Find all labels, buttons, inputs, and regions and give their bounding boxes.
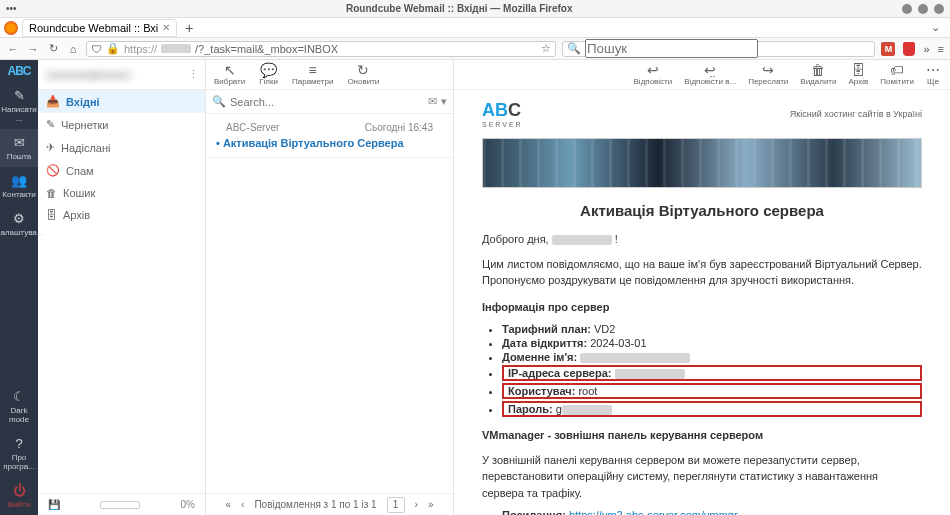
- page-next-button[interactable]: ›: [415, 499, 418, 510]
- email-body: ABCSERVER Якісний хостинг сайтів в Украї…: [454, 90, 950, 515]
- firefox-icon[interactable]: [4, 21, 18, 35]
- page-first-button[interactable]: «: [226, 499, 232, 510]
- msg-subject: Активація Віртуального Сервера: [223, 137, 404, 149]
- quota-gauge: [100, 501, 140, 509]
- val-date: 2024-03-01: [590, 337, 646, 349]
- search-field[interactable]: [585, 39, 758, 58]
- section-vmmanager: VMmanager - зовнішня панель керування се…: [482, 427, 922, 444]
- win-min-icon[interactable]: [902, 4, 912, 14]
- nav-reload-button[interactable]: ↻: [46, 42, 60, 55]
- tab-close-icon[interactable]: ✕: [162, 22, 170, 33]
- search-scope-icon[interactable]: ✉: [428, 95, 437, 108]
- nav-forward-button[interactable]: →: [26, 43, 40, 55]
- vmm-link[interactable]: https://vm2.abc-server.com/vmmgr: [569, 509, 738, 515]
- page-prev-button[interactable]: ‹: [241, 499, 244, 510]
- email-title: Активація Віртуального сервера: [482, 202, 922, 219]
- os-titlebar: ••• Roundcube Webmail :: Вхідні — Mozill…: [0, 0, 950, 18]
- btn-reply[interactable]: ↩Відповісти: [634, 64, 673, 86]
- btn-options[interactable]: ≡Параметри: [292, 64, 333, 86]
- tabs-dropdown-icon[interactable]: ⌄: [931, 21, 946, 34]
- folder-sent[interactable]: ✈Надіслані: [38, 136, 205, 159]
- page-number[interactable]: 1: [387, 497, 405, 513]
- search-icon: 🔍: [567, 42, 581, 55]
- btn-mark[interactable]: 🏷Помітити: [880, 64, 914, 86]
- compose-icon: ✎: [14, 88, 25, 103]
- btn-delete[interactable]: 🗑Видалити: [800, 64, 836, 86]
- extensions-icon[interactable]: »: [923, 43, 929, 55]
- win-max-icon[interactable]: [918, 4, 928, 14]
- recipient-name-masked: [552, 235, 612, 245]
- gmail-icon[interactable]: M: [881, 42, 895, 56]
- search-icon: 🔍: [212, 95, 226, 108]
- sent-icon: ✈: [46, 141, 55, 154]
- win-close-icon[interactable]: [934, 4, 944, 14]
- account-menu-icon[interactable]: ⋮: [188, 68, 199, 81]
- reading-toolbar: ↩Відповісти ↩̤Відповісти в... ↪Переслати…: [454, 60, 950, 90]
- msg-sender: ABC-Server: [226, 122, 279, 133]
- list-toolbar: ↖Вибрати 💬Гілки ≡Параметри ↻Оновити: [206, 60, 453, 90]
- btn-more[interactable]: ⋯Ще: [926, 64, 940, 86]
- list-status: Повідомлення з 1 по 1 із 1: [254, 499, 376, 510]
- message-list-column: ↖Вибрати 💬Гілки ≡Параметри ↻Оновити 🔍 ✉ …: [206, 60, 454, 515]
- btn-select[interactable]: ↖Вибрати: [214, 64, 245, 86]
- contacts-icon: 👥: [11, 173, 27, 188]
- mail-icon: ✉: [14, 135, 25, 150]
- btn-threads[interactable]: 💬Гілки: [259, 64, 278, 86]
- reading-pane: ↩Відповісти ↩̤Відповісти в... ↪Переслати…: [454, 60, 950, 515]
- nav-back-button[interactable]: ←: [6, 43, 20, 55]
- quota-pct: 0%: [181, 499, 195, 510]
- gear-icon: ⚙: [13, 211, 25, 226]
- url-host-masked: [161, 44, 191, 53]
- account-email-masked: xxxxxxx@xxxxx: [44, 69, 133, 81]
- section-server-info: Інформація про сервер: [482, 299, 922, 316]
- folder-junk[interactable]: 🚫Спам: [38, 159, 205, 182]
- chevron-down-icon[interactable]: ▾: [441, 95, 447, 108]
- folder-drafts[interactable]: ✎Чернетки: [38, 113, 205, 136]
- new-tab-button[interactable]: +: [181, 20, 197, 36]
- msg-date: Сьогодні 16:43: [365, 122, 433, 133]
- nav-logout[interactable]: ⏻ Вийти: [0, 477, 38, 515]
- os-menu-dots[interactable]: •••: [6, 3, 17, 14]
- btn-replyall[interactable]: ↩̤Відповісти в...: [684, 64, 736, 86]
- message-search-bar: 🔍 ✉ ▾: [206, 90, 453, 114]
- browser-search-input[interactable]: 🔍: [562, 41, 875, 57]
- ublock-icon[interactable]: [903, 42, 915, 56]
- nav-home-button[interactable]: ⌂: [66, 43, 80, 55]
- folder-archive[interactable]: 🗄Архів: [38, 204, 205, 226]
- cursor-icon: ↖: [224, 64, 236, 76]
- url-protocol: https://: [124, 43, 157, 55]
- inbox-icon: 📥: [46, 95, 60, 108]
- url-input[interactable]: 🛡 🔒 https:// /?_task=mail&_mbox=INBOX ☆: [86, 41, 556, 57]
- browser-tab[interactable]: Roundcube Webmail :: Вхі ✕: [22, 19, 177, 37]
- nav-compose[interactable]: ✎ Написати ...: [0, 82, 38, 129]
- nav-mail[interactable]: ✉ Пошта: [0, 129, 38, 167]
- btn-forward[interactable]: ↪Переслати: [748, 64, 788, 86]
- window-title: Roundcube Webmail :: Вхідні — Mozilla Fi…: [346, 3, 573, 14]
- email-p1: Цим листом повідомляємо, що на ваше ім'я…: [482, 256, 922, 289]
- replyall-icon: ↩̤: [704, 64, 716, 76]
- folder-footer: 💾 0%: [38, 493, 205, 515]
- folder-trash[interactable]: 🗑Кошик: [38, 182, 205, 204]
- folder-inbox[interactable]: 📥Вхідні: [38, 90, 205, 113]
- page-last-button[interactable]: »: [428, 499, 434, 510]
- shield-icon: 🛡: [91, 43, 102, 55]
- nav-about[interactable]: ? Про програ...: [0, 430, 38, 477]
- nav-settings[interactable]: ⚙ Налаштува...: [0, 205, 38, 243]
- forward-icon: ↪: [762, 64, 774, 76]
- message-item[interactable]: ABC-Server Сьогодні 16:43 • Активація Ві…: [206, 114, 453, 158]
- sliders-icon: ≡: [309, 64, 317, 76]
- nav-contacts[interactable]: 👥 Контакти: [0, 167, 38, 205]
- email-greeting: Доброго дня,: [482, 233, 549, 245]
- lock-icon: 🔒: [106, 42, 120, 55]
- star-icon[interactable]: ☆: [541, 42, 551, 55]
- hamburger-icon[interactable]: ≡: [938, 43, 944, 55]
- email-p2: У зовнішній панелі керування сервером ви…: [482, 452, 922, 502]
- message-search-input[interactable]: [230, 96, 424, 108]
- app-nav-rail: ABC ✎ Написати ... ✉ Пошта 👥 Контакти ⚙ …: [0, 60, 38, 515]
- junk-icon: 🚫: [46, 164, 60, 177]
- drafts-icon: ✎: [46, 118, 55, 131]
- btn-refresh[interactable]: ↻Оновити: [347, 64, 379, 86]
- btn-archive[interactable]: 🗄Архів: [849, 64, 869, 86]
- val-pass-prefix: g: [556, 403, 562, 415]
- nav-darkmode[interactable]: ☾ Dark mode: [0, 383, 38, 430]
